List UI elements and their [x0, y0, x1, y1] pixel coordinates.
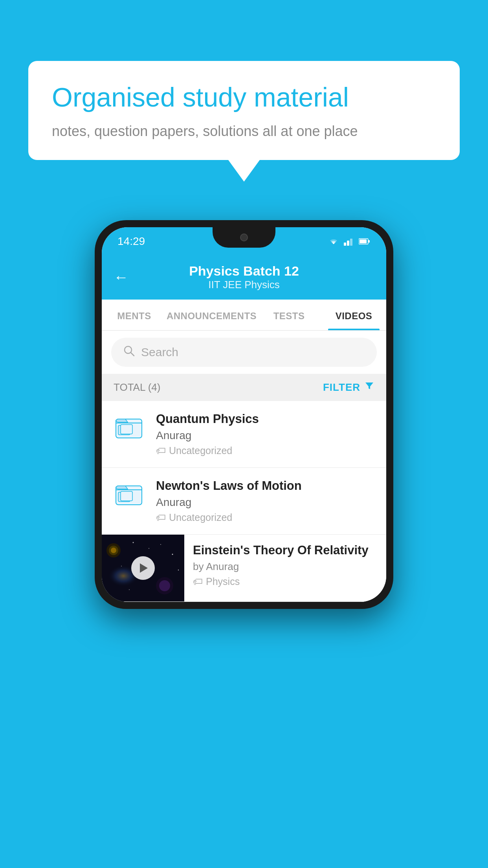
- batch-title: Physics Batch 12: [189, 263, 299, 279]
- phone-container: 14:29: [95, 220, 393, 609]
- wifi-icon: [327, 237, 340, 246]
- svg-rect-4: [368, 240, 370, 243]
- video-list: Quantum Physics Anurag 🏷 Uncategorized: [102, 401, 386, 602]
- folder-icon: [115, 480, 143, 508]
- svg-point-23: [172, 554, 173, 555]
- list-item[interactable]: Einstein's Theory Of Relativity by Anura…: [102, 535, 386, 602]
- svg-point-26: [178, 570, 179, 570]
- tabs-container: MENTS ANNOUNCEMENTS TESTS VIDEOS: [102, 300, 386, 331]
- folder-icon-container: [111, 412, 147, 441]
- svg-rect-2: [350, 239, 352, 246]
- filter-button[interactable]: FILTER: [323, 381, 374, 394]
- video-tag: 🏷 Uncategorized: [156, 512, 377, 523]
- speech-bubble-arrow: [228, 160, 260, 182]
- total-count: TOTAL (4): [114, 381, 160, 394]
- video-info: Quantum Physics Anurag 🏷 Uncategorized: [156, 412, 377, 456]
- filter-funnel-icon: [364, 381, 374, 394]
- svg-point-17: [111, 548, 116, 553]
- video-thumbnail: [102, 535, 184, 601]
- phone-outer: 14:29: [95, 220, 393, 609]
- status-time: 14:29: [117, 235, 145, 248]
- folder-icon-container: [111, 479, 147, 508]
- filter-bar: TOTAL (4) FILTER: [102, 374, 386, 401]
- speech-bubble-subtitle: notes, question papers, solutions all at…: [52, 123, 436, 140]
- header-title: Physics Batch 12 IIT JEE Physics: [189, 263, 299, 291]
- list-item[interactable]: Newton's Laws of Motion Anurag 🏷 Uncateg…: [102, 468, 386, 535]
- svg-rect-1: [347, 241, 349, 246]
- svg-rect-13: [121, 491, 132, 501]
- tab-videos[interactable]: VIDEOS: [321, 300, 386, 330]
- notch: [213, 227, 275, 248]
- speech-bubble-title: Organised study material: [52, 81, 436, 114]
- svg-point-25: [129, 589, 130, 590]
- tag-icon: 🏷: [193, 576, 203, 587]
- svg-rect-5: [360, 239, 367, 243]
- svg-point-19: [159, 580, 170, 591]
- search-container: Search: [102, 331, 386, 374]
- search-input-wrapper[interactable]: Search: [111, 338, 377, 367]
- tag-icon: 🏷: [156, 445, 166, 456]
- video-title: Newton's Laws of Motion: [156, 479, 377, 493]
- status-bar: 14:29: [102, 227, 386, 256]
- video-title: Einstein's Theory Of Relativity: [193, 543, 377, 557]
- folder-icon: [115, 414, 143, 441]
- svg-rect-0: [344, 243, 346, 246]
- tab-ments[interactable]: MENTS: [102, 300, 167, 330]
- search-icon: [123, 345, 135, 360]
- search-placeholder: Search: [141, 346, 178, 359]
- speech-bubble-container: Organised study material notes, question…: [28, 61, 460, 182]
- video-title: Quantum Physics: [156, 412, 377, 426]
- batch-subtitle: IIT JEE Physics: [208, 279, 280, 291]
- video-author: by Anurag: [193, 561, 377, 573]
- speech-bubble: Organised study material notes, question…: [28, 61, 460, 160]
- svg-point-21: [149, 548, 149, 549]
- back-button[interactable]: ←: [114, 269, 128, 286]
- video-tag: 🏷 Uncategorized: [156, 445, 377, 456]
- tag-icon: 🏷: [156, 512, 166, 523]
- svg-point-24: [160, 544, 161, 545]
- camera-icon: [240, 234, 248, 241]
- video-tag: 🏷 Physics: [193, 576, 377, 587]
- phone-screen: 14:29: [102, 227, 386, 602]
- video-author: Anurag: [156, 429, 377, 442]
- status-icons: [327, 237, 371, 246]
- svg-line-7: [131, 353, 134, 356]
- video-author: Anurag: [156, 496, 377, 509]
- play-button[interactable]: [131, 556, 155, 580]
- svg-point-20: [133, 542, 134, 543]
- video-info: Newton's Laws of Motion Anurag 🏷 Uncateg…: [156, 479, 377, 523]
- svg-rect-10: [121, 425, 132, 434]
- filter-label: FILTER: [323, 381, 360, 394]
- app-header: ← Physics Batch 12 IIT JEE Physics: [102, 256, 386, 300]
- tab-announcements[interactable]: ANNOUNCEMENTS: [167, 300, 257, 330]
- play-triangle-icon: [140, 563, 148, 573]
- signal-icon: [344, 237, 355, 246]
- video-info: Einstein's Theory Of Relativity by Anura…: [184, 535, 377, 596]
- battery-icon: [359, 238, 371, 245]
- list-item[interactable]: Quantum Physics Anurag 🏷 Uncategorized: [102, 401, 386, 468]
- tab-tests[interactable]: TESTS: [257, 300, 321, 330]
